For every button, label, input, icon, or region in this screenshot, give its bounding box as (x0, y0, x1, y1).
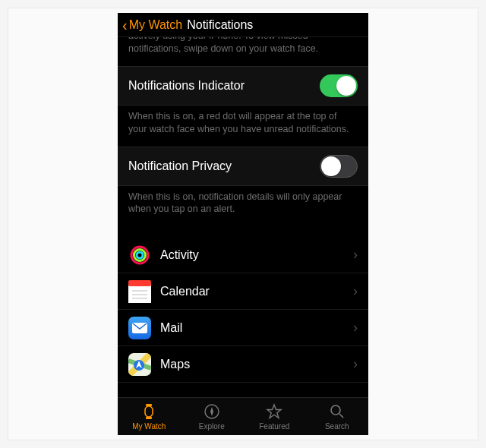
svg-line-18 (339, 414, 343, 418)
compass-icon (203, 402, 221, 421)
tab-search[interactable]: Search (306, 398, 369, 435)
star-icon (265, 402, 283, 421)
notification-privacy-toggle[interactable] (320, 155, 358, 178)
chevron-right-icon: › (353, 356, 358, 372)
activity-rings-icon (128, 244, 151, 267)
maps-icon (128, 353, 151, 376)
search-icon (328, 402, 346, 421)
tab-label: Featured (259, 422, 289, 431)
chevron-right-icon: › (353, 247, 358, 263)
tab-label: My Watch (132, 422, 166, 431)
app-label: Calendar (160, 285, 353, 298)
notification-privacy-footer: When this is on, notification details wi… (118, 186, 368, 227)
notifications-indicator-footer: When this is on, a red dot will appear a… (118, 106, 368, 147)
tab-featured[interactable]: Featured (243, 398, 306, 435)
app-label: Mail (160, 321, 353, 335)
svg-rect-11 (145, 406, 153, 417)
svg-point-17 (331, 405, 340, 415)
app-row-mail[interactable]: Mail › (118, 310, 368, 346)
notifications-indicator-cell[interactable]: Notifications Indicator (118, 66, 368, 106)
tab-label: Explore (199, 422, 225, 431)
app-list: Activity › C (118, 237, 368, 383)
svg-point-2 (137, 252, 143, 258)
svg-rect-12 (146, 404, 152, 406)
page-title: Notifications (187, 18, 253, 32)
app-row-activity[interactable]: Activity › (118, 237, 368, 273)
notification-privacy-label: Notification Privacy (128, 159, 232, 173)
watch-icon (140, 402, 158, 421)
chevron-left-icon[interactable]: ‹ (122, 17, 129, 33)
settings-scroll[interactable]: actively using your iPhone. To view miss… (118, 37, 368, 397)
notifications-indicator-label: Notifications Indicator (128, 79, 245, 93)
toggle-knob (336, 76, 356, 96)
calendar-icon (128, 280, 151, 303)
tab-my-watch[interactable]: My Watch (118, 398, 181, 435)
svg-marker-15 (210, 407, 213, 416)
notification-privacy-cell[interactable]: Notification Privacy (118, 147, 368, 186)
back-button[interactable]: My Watch (129, 18, 183, 32)
chevron-right-icon: › (353, 320, 358, 336)
app-label: Activity (160, 248, 353, 262)
toggle-knob (321, 156, 341, 176)
tab-bar: My Watch Explore Featured (118, 397, 368, 435)
app-label: Maps (160, 358, 353, 371)
svg-marker-16 (267, 405, 281, 418)
tab-label: Search (325, 422, 349, 431)
mail-icon (128, 317, 151, 339)
tab-explore[interactable]: Explore (181, 398, 244, 435)
chevron-right-icon: › (353, 283, 358, 299)
nav-bar: ‹ My Watch Notifications (118, 13, 368, 37)
notifications-indicator-toggle[interactable] (320, 74, 358, 97)
svg-rect-3 (128, 280, 151, 286)
svg-rect-13 (146, 417, 152, 419)
screenshot-frame: ‹ My Watch Notifications actively using … (8, 8, 478, 440)
app-row-calendar[interactable]: Calendar › (118, 273, 368, 310)
app-row-maps[interactable]: Maps › (118, 346, 368, 383)
phone-screen: ‹ My Watch Notifications actively using … (118, 13, 368, 435)
section-footer-text: actively using your iPhone. To view miss… (118, 37, 368, 66)
